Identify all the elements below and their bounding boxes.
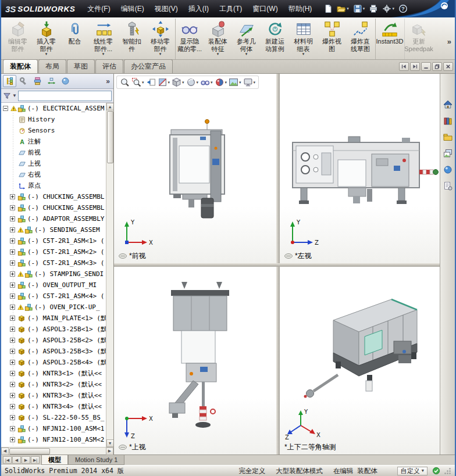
restore-window-button[interactable]: [432, 62, 442, 71]
scroll-up-arrow[interactable]: ▲: [106, 103, 114, 110]
tree-item[interactable]: (-) OVEN_PICK-UP_: [1, 302, 106, 313]
tree-item[interactable]: 上视: [1, 158, 106, 169]
expand-toggle[interactable]: [10, 294, 15, 299]
ribbon-button[interactable]: 配合 ▾: [60, 19, 89, 59]
feature-manager-tab[interactable]: [3, 75, 16, 87]
expand-toggle[interactable]: [10, 382, 15, 387]
tree-item[interactable]: (-) C5T-2R1_ASM<3> (: [1, 257, 106, 269]
tree-vertical-scrollbar[interactable]: ▲ ▼: [106, 103, 113, 447]
ribbon-button[interactable]: Instant3D ▾: [375, 19, 404, 59]
quick-access-button[interactable]: ▾: [380, 2, 396, 16]
command-tab[interactable]: 布局: [38, 59, 66, 73]
tree-item[interactable]: (-) C5T-2R1_ASM<2> (: [1, 246, 106, 257]
tree-item[interactable]: (-) C5T-2R1_ASM<1> (: [1, 235, 106, 246]
ribbon-button[interactable]: 装配体 特征 ▾: [204, 19, 232, 59]
tree-item[interactable]: 前视: [1, 147, 106, 158]
ribbon-button[interactable]: 爆炸视 图 ▾: [318, 19, 346, 59]
tree-item[interactable]: (-) OVEN_OUTPUT_MI: [1, 280, 106, 291]
tree-item[interactable]: 注解: [1, 136, 106, 147]
scroll-down-arrow[interactable]: ▼: [106, 439, 114, 447]
command-tab[interactable]: 装配体: [3, 59, 38, 73]
expand-toggle[interactable]: [10, 282, 15, 288]
tree-item[interactable]: (-) ASPOL3-25B<2> (默: [1, 335, 106, 346]
ribbon-button[interactable]: 编辑零 部件 ▾: [3, 19, 32, 59]
tree-item[interactable]: (-) KNTR3<4> (默认<<: [1, 401, 106, 412]
expand-toggle[interactable]: [10, 404, 15, 409]
expand-toggle[interactable]: [10, 338, 15, 343]
expand-toggle[interactable]: [10, 249, 15, 255]
quick-access-button[interactable]: ▾: [322, 2, 334, 16]
ribbon-button[interactable]: 智能扣 件 ▾: [117, 19, 146, 59]
command-tab[interactable]: 草图: [67, 59, 95, 73]
resize-grip[interactable]: [444, 467, 451, 475]
expand-toggle[interactable]: [10, 415, 15, 420]
expand-toggle[interactable]: [10, 194, 15, 199]
task-pane-button[interactable]: [441, 131, 454, 143]
task-pane-button[interactable]: [441, 163, 454, 176]
feature-manager-tab[interactable]: [45, 75, 58, 87]
tree-item[interactable]: (-) ASPOL3-25B<1> (默: [1, 324, 106, 335]
tree-horizontal-scrollbar[interactable]: ◀ ▶: [1, 447, 113, 454]
menu-item[interactable]: 工具(T): [214, 0, 247, 17]
expand-toggle[interactable]: [10, 205, 15, 210]
heads-up-button[interactable]: ▾: [186, 77, 199, 87]
viewport-left[interactable]: Y Z *左视: [280, 74, 440, 263]
expand-toggle[interactable]: [10, 260, 15, 266]
ribbon-button[interactable]: 材料明 细表 ▾: [289, 19, 318, 59]
document-tab[interactable]: Motion Study 1: [68, 455, 124, 465]
document-tab[interactable]: 模型: [41, 455, 68, 465]
feature-manager-tab[interactable]: [31, 75, 44, 87]
viewport-top[interactable]: X Z *上视: [114, 267, 276, 454]
task-pane-button[interactable]: [441, 98, 454, 110]
ribbon-button[interactable]: 新建运 动算例 ▾: [261, 19, 289, 59]
quick-access-button[interactable]: ▾: [397, 2, 409, 16]
expand-toggle[interactable]: [10, 360, 15, 365]
scroll-right-arrow[interactable]: ▶: [106, 448, 113, 455]
quick-access-button[interactable]: ▾: [367, 2, 380, 16]
minimize-window-button[interactable]: [421, 62, 431, 71]
expand-toggle[interactable]: [10, 371, 15, 376]
tree-item[interactable]: (-) ASPOL3-25B<4> (默: [1, 357, 106, 368]
heads-up-button[interactable]: ▾: [120, 77, 130, 87]
menu-item[interactable]: 插入(I): [183, 0, 214, 17]
tree-item[interactable]: 右视: [1, 169, 106, 180]
viewport-front[interactable]: Y X *前视: [114, 74, 276, 263]
scroll-left-arrow[interactable]: ◀: [1, 448, 9, 455]
quick-access-button[interactable]: ▾: [351, 2, 367, 16]
tree-item[interactable]: 原点: [1, 180, 106, 191]
custom-dropdown[interactable]: 自定义 ▼: [397, 467, 428, 475]
task-pane-button[interactable]: [441, 114, 454, 127]
feature-manager-tab[interactable]: [17, 75, 30, 87]
tree-item[interactable]: (-) ADAPTOR_ASSEMBLY: [1, 213, 106, 224]
tab-nav-arrow[interactable]: ▶|: [31, 456, 40, 464]
expand-toggle[interactable]: [10, 305, 15, 310]
expand-toggle[interactable]: [10, 316, 15, 321]
heads-up-button[interactable]: ▾: [131, 77, 144, 87]
ribbon-button[interactable]: 线性零 部件... ▾: [89, 19, 117, 59]
ribbon-button[interactable]: 显示隐 藏的零... ▾: [175, 19, 204, 59]
expand-toggle[interactable]: [3, 106, 8, 111]
tree-item[interactable]: (-) KNTR3<1> (默认<<: [1, 368, 106, 379]
heads-up-button[interactable]: ▾: [158, 77, 170, 87]
menu-item[interactable]: 文件(F): [82, 0, 115, 17]
filter-dropdown-arrow-icon[interactable]: ▼: [12, 93, 17, 98]
menu-item[interactable]: 视图(V): [149, 0, 183, 17]
tab-nav-arrow[interactable]: |◀: [3, 456, 12, 464]
close-window-button[interactable]: [443, 62, 453, 71]
previous-document-button[interactable]: [399, 62, 409, 71]
expand-toggle[interactable]: [10, 349, 15, 354]
tree-filter-input[interactable]: [18, 91, 112, 101]
ribbon-button[interactable]: 插入零 部件 ▾: [32, 19, 60, 59]
tree-item[interactable]: History: [1, 114, 106, 125]
viewport-isometric[interactable]: Y X Z *上下二等角轴测: [280, 267, 440, 454]
tree-item[interactable]: (-) ASPOL3-25B<3> (默: [1, 346, 106, 357]
expand-toggle[interactable]: [10, 216, 15, 221]
expand-toggle[interactable]: [10, 426, 15, 431]
expand-toggle[interactable]: [10, 437, 15, 442]
menu-item[interactable]: 编辑(E): [116, 0, 149, 17]
next-document-button[interactable]: [410, 62, 420, 71]
tree-item[interactable]: (-) NFJN12-100_ASM<2: [1, 434, 106, 445]
heads-up-button[interactable]: ▾: [172, 77, 184, 87]
heads-up-button[interactable]: ▾: [146, 77, 156, 87]
task-pane-button[interactable]: [441, 180, 454, 192]
